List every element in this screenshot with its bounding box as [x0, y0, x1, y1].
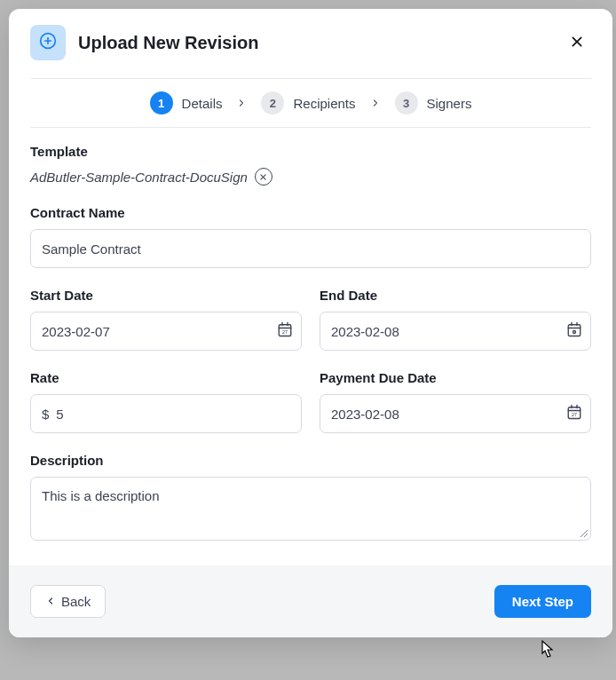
- modal-title: Upload New Revision: [78, 33, 563, 53]
- chevron-left-icon: [45, 594, 56, 609]
- contract-name-input[interactable]: [30, 229, 591, 268]
- back-button[interactable]: Back: [30, 585, 106, 618]
- clear-template-button[interactable]: [255, 168, 272, 186]
- upload-revision-modal: Upload New Revision 1 Details 2 Recipien…: [9, 9, 612, 637]
- rate-input-wrapper: $: [30, 394, 302, 433]
- rate-payment-row: Rate $ Payment Due Date 27: [30, 370, 591, 433]
- start-date-input[interactable]: [30, 312, 302, 351]
- step-label: Signers: [427, 96, 472, 111]
- step-number: 1: [150, 91, 173, 115]
- field-label: Description: [30, 453, 591, 468]
- step-details[interactable]: 1 Details: [150, 91, 223, 115]
- template-label: Template: [30, 144, 591, 159]
- upload-icon-badge: [30, 25, 66, 60]
- pointer-cursor-icon: [536, 639, 556, 666]
- modal-footer: Back Next Step: [9, 565, 612, 637]
- next-step-button[interactable]: Next Step: [494, 585, 591, 618]
- description-field: Description: [30, 453, 591, 544]
- close-icon: [570, 35, 584, 51]
- field-label: Start Date: [30, 288, 302, 303]
- modal-body: Template AdButler-Sample-Contract-DocuSi…: [9, 128, 612, 565]
- end-date-field: End Date: [320, 288, 591, 351]
- step-recipients[interactable]: 2 Recipients: [261, 91, 355, 115]
- field-label: Payment Due Date: [320, 370, 591, 385]
- contract-name-field: Contract Name: [30, 205, 591, 268]
- field-label: Rate: [30, 370, 302, 385]
- chevron-right-icon: [236, 98, 247, 108]
- step-number: 3: [395, 91, 418, 115]
- x-icon: [259, 170, 267, 184]
- next-label: Next Step: [512, 594, 573, 609]
- start-date-field: Start Date 27: [30, 288, 302, 351]
- step-label: Details: [182, 96, 223, 111]
- back-label: Back: [61, 594, 91, 609]
- field-label: End Date: [320, 288, 591, 303]
- step-number: 2: [261, 91, 284, 115]
- chevron-right-icon: [370, 98, 381, 108]
- date-row: Start Date 27 End Date: [30, 288, 591, 351]
- step-label: Recipients: [293, 96, 355, 111]
- plus-circle-icon: [39, 32, 57, 53]
- description-textarea[interactable]: [30, 477, 591, 541]
- payment-due-field: Payment Due Date 27: [320, 370, 591, 433]
- step-signers[interactable]: 3 Signers: [395, 91, 472, 115]
- stepper: 1 Details 2 Recipients 3 Signers: [9, 79, 612, 127]
- modal-header: Upload New Revision: [9, 9, 612, 78]
- field-label: Contract Name: [30, 205, 591, 220]
- template-row: AdButler-Sample-Contract-DocuSign: [30, 168, 591, 186]
- template-name: AdButler-Sample-Contract-DocuSign: [30, 170, 248, 185]
- close-button[interactable]: [563, 28, 591, 57]
- rate-input[interactable]: [54, 395, 301, 432]
- end-date-input[interactable]: [320, 312, 591, 351]
- rate-field: Rate $: [30, 370, 302, 433]
- currency-prefix: $: [31, 407, 54, 422]
- payment-due-input[interactable]: [320, 394, 591, 433]
